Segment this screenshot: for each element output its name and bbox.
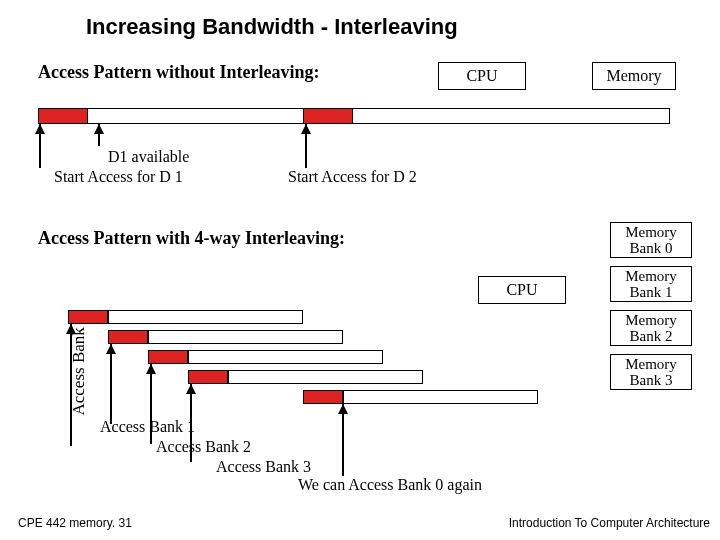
arrow-up-icon [106,344,116,354]
memory-bank0-box: Memory Bank 0 [610,222,692,258]
memory-bank2-box: Memory Bank 2 [610,310,692,346]
arrow-stem [70,324,72,404]
arrow-stem [110,344,112,424]
bank3-latency [228,370,423,384]
access-bank3-label: Access Bank 3 [216,458,311,476]
arrow-up-icon [301,124,311,134]
bank1-latency [148,330,343,344]
access-bank1-label: Access Bank 1 [100,418,195,436]
arrow-stem [342,404,344,476]
section1-heading: Access Pattern without Interleaving: [38,62,319,83]
d1-available-label: D1 available [108,148,189,166]
timeline1-d1-issue [38,108,88,124]
bank3-issue [188,370,228,384]
bank0-latency [108,310,303,324]
memory-bank3-box: Memory Bank 3 [610,354,692,390]
memory-box: Memory [592,62,676,90]
arrow-up-icon [146,364,156,374]
bank2-issue [148,350,188,364]
access-bank2-label: Access Bank 2 [156,438,251,456]
cpu-box-2: CPU [478,276,566,304]
access-bank0-again-label: We can Access Bank 0 again [298,476,482,494]
memory-bank1-box: Memory Bank 1 [610,266,692,302]
page-title: Increasing Bandwidth - Interleaving [86,14,458,40]
arrow-stem [70,404,72,446]
arrow-up-icon [186,384,196,394]
arrow-up-icon [94,124,104,134]
bank0-again-issue [303,390,343,404]
bank2-label: Memory Bank 2 [625,313,677,345]
start-d1-label: Start Access for D 1 [54,168,183,186]
section2-heading: Access Pattern with 4-way Interleaving: [38,228,345,249]
start-d2-label: Start Access for D 2 [288,168,417,186]
bank1-label: Memory Bank 1 [625,269,677,301]
bank0-label: Memory Bank 0 [625,225,677,257]
bank0-again-latency [343,390,538,404]
footer-left: CPE 442 memory. 31 [18,516,132,530]
bank1-issue [108,330,148,344]
bank3-label: Memory Bank 3 [625,357,677,389]
bank0-issue [68,310,108,324]
timeline1-track [38,108,670,124]
footer-right: Introduction To Computer Architecture [509,516,710,530]
timeline1-d2-issue [303,108,353,124]
bank2-latency [188,350,383,364]
arrow-up-icon [338,404,348,414]
arrow-up-icon [35,124,45,134]
cpu-box-1: CPU [438,62,526,90]
